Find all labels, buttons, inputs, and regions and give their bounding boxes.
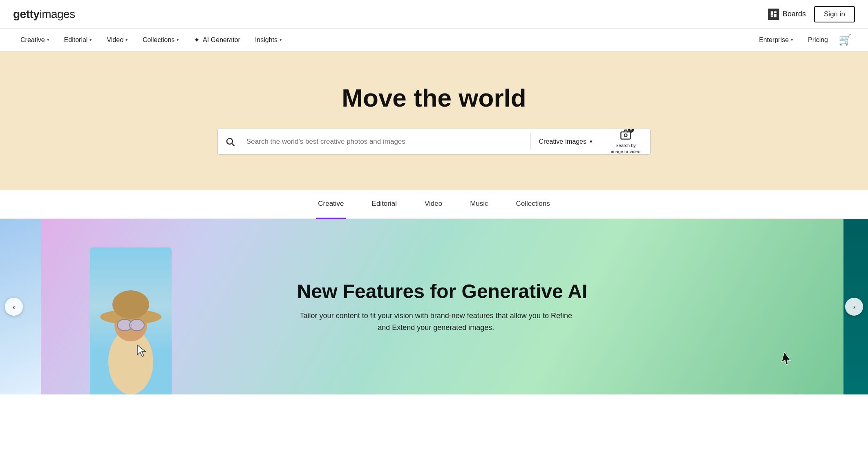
- hero-title: Move the world: [342, 83, 526, 112]
- chevron-down-icon: ▾: [125, 37, 128, 42]
- hero-section: Move the world Creative Images ▾: [0, 51, 868, 190]
- carousel-subtitle: Tailor your content to fit your vision w…: [297, 310, 575, 334]
- chevron-down-icon: ▾: [590, 138, 593, 145]
- nav-item-collections[interactable]: Collections ▾: [135, 29, 186, 51]
- chevron-down-icon: ▾: [791, 37, 793, 42]
- carousel-next-button[interactable]: ›: [845, 298, 863, 316]
- search-icon-wrap: [218, 129, 242, 155]
- carousel-track: New Features for Generative AI Tailor yo…: [0, 219, 868, 394]
- svg-rect-1: [774, 11, 776, 13]
- boards-button[interactable]: Boards: [768, 9, 806, 20]
- svg-point-4: [227, 138, 233, 144]
- chevron-down-icon: ▾: [280, 37, 282, 42]
- svg-point-12: [112, 290, 149, 319]
- carousel-section: New Features for Generative AI Tailor yo…: [0, 219, 868, 394]
- search-icon: [225, 137, 235, 147]
- carousel-slide-main: New Features for Generative AI Tailor yo…: [41, 219, 843, 394]
- search-input[interactable]: [242, 129, 530, 155]
- search-type-button[interactable]: Creative Images ▾: [531, 129, 601, 155]
- sparkle-icon: ✦: [194, 36, 200, 45]
- nav-bar: Creative ▾ Editorial ▾ Video ▾ Collectio…: [0, 29, 868, 51]
- nav-left: Creative ▾ Editorial ▾ Video ▾ Collectio…: [13, 29, 289, 51]
- nav-item-editorial[interactable]: Editorial ▾: [57, 29, 100, 51]
- camera-icon-wrap: [620, 129, 631, 141]
- tab-editorial[interactable]: Editorial: [370, 190, 398, 219]
- upload-badge: [628, 129, 634, 133]
- svg-point-7: [624, 134, 627, 137]
- svg-rect-2: [771, 15, 773, 17]
- carousel-content: New Features for Generative AI Tailor yo…: [281, 280, 604, 333]
- svg-line-5: [232, 144, 234, 146]
- nav-item-creative[interactable]: Creative ▾: [13, 29, 57, 51]
- logo-getty: getty: [13, 8, 39, 21]
- tab-creative[interactable]: Creative: [316, 190, 345, 219]
- person-image: [90, 247, 172, 394]
- top-bar-right: Boards Sign in: [768, 6, 855, 22]
- top-bar: gettyimages Boards Sign in: [0, 0, 868, 29]
- carousel-prev-button[interactable]: ‹: [5, 298, 23, 316]
- tab-collections[interactable]: Collections: [515, 190, 552, 219]
- chevron-down-icon: ▾: [89, 37, 92, 42]
- search-bar: Creative Images ▾ Search by image or vid…: [217, 129, 651, 155]
- cart-icon[interactable]: 🛒: [835, 33, 855, 46]
- chevron-down-icon: ▾: [47, 37, 49, 42]
- svg-rect-0: [771, 11, 773, 14]
- svg-marker-8: [630, 129, 632, 131]
- carousel-title: New Features for Generative AI: [297, 280, 587, 303]
- logo[interactable]: gettyimages: [13, 8, 75, 21]
- nav-item-insights[interactable]: Insights ▾: [248, 29, 289, 51]
- tab-music[interactable]: Music: [468, 190, 490, 219]
- boards-label: Boards: [783, 10, 806, 18]
- signin-button[interactable]: Sign in: [814, 6, 855, 22]
- tabs-bar: Creative Editorial Video Music Collectio…: [0, 190, 868, 219]
- image-search-button[interactable]: Search by image or video: [601, 129, 650, 155]
- svg-rect-3: [774, 14, 776, 17]
- nav-item-ai-generator[interactable]: ✦ AI Generator: [186, 29, 248, 51]
- chevron-down-icon: ▾: [177, 37, 179, 42]
- nav-right: Enterprise ▾ Pricing 🛒: [752, 29, 855, 51]
- tab-video[interactable]: Video: [423, 190, 444, 219]
- logo-images: images: [39, 8, 75, 21]
- nav-item-video[interactable]: Video ▾: [99, 29, 135, 51]
- boards-icon: [768, 9, 779, 20]
- svg-rect-6: [621, 132, 630, 139]
- nav-item-pricing[interactable]: Pricing: [801, 29, 835, 51]
- nav-item-enterprise[interactable]: Enterprise ▾: [752, 29, 801, 51]
